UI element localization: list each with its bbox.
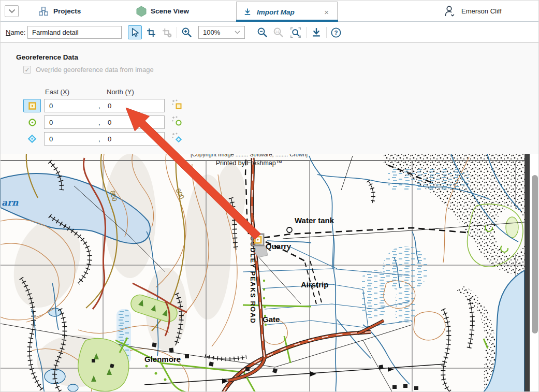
override-georeference-checkbox-row: ✓ Override georeference data from image	[23, 66, 154, 74]
tab-projects[interactable]: Projects	[38, 1, 81, 22]
remove-crop-button[interactable]	[159, 25, 173, 39]
square-marker-button[interactable]	[23, 99, 41, 112]
north-column-header: North (Y)	[107, 88, 134, 96]
quarry-label: Quarry	[266, 242, 292, 251]
import-button[interactable]	[309, 25, 323, 39]
hexagon-icon	[136, 6, 147, 17]
map-image: [Copyright Image ........ Software, ....…	[1, 154, 525, 392]
map-preview[interactable]: [Copyright Image ........ Software, ....…	[1, 154, 525, 392]
tab-scene-view[interactable]: Scene View	[136, 1, 189, 22]
north-value[interactable]: 0	[104, 102, 111, 110]
import-arrow-icon	[311, 27, 322, 38]
square-marker-icon	[28, 101, 37, 110]
circle-marker-icon	[28, 118, 37, 127]
override-checkbox-label: Override georeference data from image	[36, 66, 154, 74]
north-value[interactable]: 0	[104, 135, 111, 143]
scrub-patch	[506, 217, 518, 238]
help-button[interactable]: ?	[329, 25, 343, 39]
circle-marker-button[interactable]	[23, 115, 41, 129]
pick-on-map-icon[interactable]	[172, 116, 182, 128]
vertical-scrollbar[interactable]	[530, 154, 539, 392]
select-tool-button[interactable]	[128, 25, 142, 39]
east-value[interactable]: 0	[45, 135, 98, 143]
zoom-1to1-icon: 1:1	[273, 27, 284, 38]
water-tank-symbol	[287, 227, 292, 233]
scrollbar-thumb[interactable]	[532, 175, 538, 333]
chevron-down-icon	[235, 31, 240, 34]
buildings	[92, 342, 418, 390]
airstrip-label: Airstrip	[301, 280, 328, 289]
diamond-marker-button[interactable]	[23, 132, 41, 146]
help-icon: ?	[330, 27, 342, 38]
tab-list-button[interactable]	[5, 5, 19, 17]
crop-icon	[146, 27, 156, 38]
glenmore-label: Glenmore	[144, 355, 181, 364]
pick-on-map-icon[interactable]	[172, 133, 182, 145]
zoom-in-button[interactable]	[180, 25, 194, 39]
coordinate-input-square[interactable]: 0 , 0	[44, 99, 165, 112]
tab-import-map-label: Import Map	[257, 8, 317, 16]
printed-by-label: Printed by Freshmap™	[216, 159, 283, 167]
pick-on-map-icon[interactable]	[172, 99, 182, 112]
zoom-out-button[interactable]	[255, 25, 269, 39]
user-menu[interactable]: Emerson Cliff	[443, 1, 502, 22]
map-name-input[interactable]	[27, 26, 122, 39]
name-label: Name:	[6, 28, 25, 36]
crop-remove-icon	[162, 27, 172, 38]
copyright-line: [Copyright Image ........ Software, ....…	[191, 154, 308, 157]
gate-label: Gate	[263, 315, 280, 324]
zoom-fit-button[interactable]	[288, 25, 302, 39]
zoom-fit-icon	[290, 27, 301, 38]
toolbar-separator	[326, 27, 327, 38]
georef-row-diamond: 0 , 0	[23, 132, 182, 146]
crop-tool-button[interactable]	[144, 25, 158, 39]
section-title: Georeference Data	[16, 53, 78, 61]
diamond-marker-icon	[27, 134, 37, 143]
zoom-level-select[interactable]: 100%	[198, 26, 245, 39]
toolbar: Name:	[1, 22, 539, 42]
road-name-label: GODLEY PEAKS ROAD	[249, 236, 257, 324]
cursor-icon	[130, 27, 140, 37]
chevron-down-icon	[8, 9, 16, 13]
zoom-out-icon	[257, 27, 268, 38]
cubes-icon	[38, 6, 49, 17]
coordinate-input-circle[interactable]: 0 , 0	[44, 115, 165, 129]
coordinate-input-diamond[interactable]: 0 , 0	[44, 132, 165, 146]
tab-import-map[interactable]: Import Map ×	[236, 2, 338, 22]
zoom-level-value: 100%	[203, 28, 235, 36]
georeference-panel: Georeference Data ✓ Override georeferenc…	[1, 42, 539, 154]
svg-text:1:1: 1:1	[275, 30, 280, 33]
toolbar-separator	[306, 27, 307, 38]
east-column-header: East (X)	[45, 88, 69, 96]
east-value[interactable]: 0	[45, 102, 98, 110]
georef-row-square: 0 , 0	[23, 99, 182, 112]
north-value[interactable]: 0	[104, 119, 111, 126]
svg-text:?: ?	[334, 30, 338, 36]
map-right-edge	[525, 154, 530, 392]
import-arrow-icon	[243, 7, 252, 17]
tab-scene-view-label: Scene View	[151, 7, 189, 15]
user-name: Emerson Cliff	[461, 7, 502, 15]
close-tab-icon[interactable]: ×	[322, 7, 331, 17]
override-checkbox[interactable]: ✓	[23, 66, 31, 74]
tab-projects-label: Projects	[53, 7, 81, 15]
tab-bar: Projects Scene View Import Map ×	[1, 1, 539, 22]
contour-label-800: 800	[174, 187, 185, 200]
import-map-window: Projects Scene View Import Map ×	[0, 0, 539, 392]
lake-name-partial: arn	[2, 197, 19, 208]
water-tank-label: Water tank	[295, 216, 334, 225]
east-value[interactable]: 0	[45, 119, 98, 126]
toolbar-separator	[177, 27, 177, 38]
zoom-in-icon	[181, 27, 192, 38]
zoom-actual-button[interactable]: 1:1	[271, 25, 285, 39]
georef-row-circle: 0 , 0	[23, 115, 182, 129]
person-icon	[443, 5, 456, 18]
